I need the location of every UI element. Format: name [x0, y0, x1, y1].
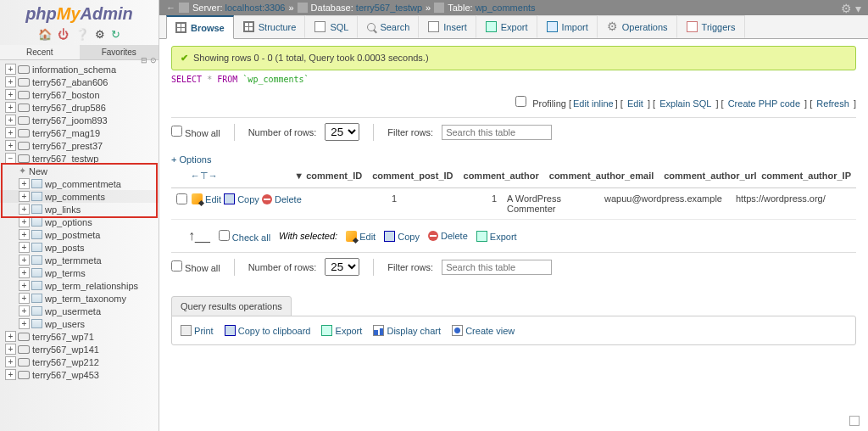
table-node[interactable]: +wp_commentmeta — [0, 177, 159, 190]
createphp-link[interactable]: Create PHP code — [728, 98, 800, 109]
db-node[interactable]: −terry567_testwp — [0, 152, 159, 165]
tab-search[interactable]: Search — [358, 15, 419, 38]
expand-icon[interactable]: − — [5, 153, 16, 164]
tab-operations[interactable]: ⚙Operations — [598, 15, 677, 38]
tab-export[interactable]: Export — [476, 15, 537, 38]
ws-edit[interactable]: Edit — [359, 232, 376, 242]
explain-link[interactable]: Explain SQL — [659, 98, 711, 109]
table-node[interactable]: +wp_term_relationships — [0, 279, 159, 292]
new-node[interactable]: ✦New — [0, 165, 159, 177]
table-node[interactable]: +wp_postmeta — [0, 228, 159, 241]
col-author[interactable]: comment_author — [459, 167, 544, 185]
expand-icon[interactable]: + — [19, 293, 30, 304]
expand-icon[interactable]: + — [5, 127, 16, 138]
table-node[interactable]: +wp_usermeta — [0, 305, 159, 317]
col-author-email[interactable]: comment_author_email — [544, 167, 659, 185]
settings-icon[interactable]: ⚙ — [95, 28, 105, 41]
table-node[interactable]: +wp_users — [0, 317, 159, 330]
expand-icon[interactable]: + — [5, 64, 16, 75]
refresh-link[interactable]: Refresh — [816, 98, 849, 109]
tab-browse[interactable]: Browse — [166, 15, 234, 39]
tab-triggers[interactable]: Triggers — [677, 15, 745, 38]
bc-table[interactable]: wp_comments — [476, 3, 536, 13]
db-node[interactable]: +terry567_wp212 — [0, 355, 159, 368]
filter-input[interactable] — [442, 125, 552, 140]
op-print[interactable]: Print — [194, 326, 214, 336]
collapse-icon[interactable]: ⊟ ⊙ — [141, 56, 157, 64]
expand-icon[interactable]: + — [19, 229, 30, 240]
logo[interactable]: phpMyAdmin — [0, 0, 159, 26]
db-node[interactable]: +terry567_prest37 — [0, 139, 159, 152]
table-node[interactable]: +wp_options — [0, 216, 159, 228]
expand-icon[interactable]: + — [5, 115, 16, 126]
db-node[interactable]: +terry567_boston — [0, 88, 159, 101]
db-node[interactable]: +terry567_joom893 — [0, 114, 159, 126]
op-createview[interactable]: Create view — [465, 326, 515, 336]
db-node[interactable]: +terry567_mag19 — [0, 126, 159, 139]
tab-sql[interactable]: SQL — [305, 15, 358, 38]
expand-icon[interactable]: + — [5, 344, 16, 355]
expand-icon[interactable]: + — [19, 280, 30, 291]
pagesettings-icon[interactable]: ⚙ ▾ — [841, 2, 861, 15]
table-node[interactable]: +wp_posts — [0, 241, 159, 254]
checkall-checkbox[interactable] — [219, 230, 230, 241]
options-link[interactable]: + Options — [171, 154, 211, 165]
expand-icon[interactable]: + — [5, 140, 16, 151]
col-comment-id[interactable]: comment_ID — [301, 167, 367, 185]
tab-insert[interactable]: Insert — [419, 15, 476, 38]
edit-inline-link[interactable]: Edit inline — [573, 98, 614, 109]
ws-export[interactable]: Export — [490, 232, 517, 242]
expand-icon[interactable]: + — [19, 305, 30, 316]
logout-icon[interactable]: ⏻ — [58, 28, 69, 41]
expand-icon[interactable]: + — [19, 204, 30, 215]
expand-icon[interactable]: + — [19, 255, 30, 266]
row-edit[interactable]: Edit — [205, 194, 221, 204]
col-author-url[interactable]: comment_author_url — [659, 167, 756, 185]
table-node[interactable]: +wp_terms — [0, 266, 159, 279]
db-node[interactable]: +information_schema — [0, 63, 159, 76]
tab-recent[interactable]: Recent — [0, 45, 80, 59]
profiling-checkbox[interactable] — [515, 96, 526, 107]
home-icon[interactable]: 🏠 — [38, 28, 52, 41]
bc-server[interactable]: localhost:3306 — [225, 3, 286, 13]
table-node[interactable]: +wp_links — [0, 203, 159, 216]
collapse-panel-icon[interactable]: ← — [166, 3, 175, 13]
numrows-select[interactable]: 25 — [325, 123, 359, 141]
console-toggle[interactable] — [849, 416, 860, 426]
col-author-ip[interactable]: comment_author_IP — [756, 167, 856, 185]
expand-icon[interactable]: + — [5, 76, 16, 87]
edit-link[interactable]: Edit — [627, 98, 643, 109]
ws-delete[interactable]: Delete — [441, 231, 468, 241]
op-export[interactable]: Export — [336, 326, 363, 336]
expand-icon[interactable]: + — [5, 356, 16, 367]
ws-copy[interactable]: Copy — [398, 232, 420, 242]
reload-icon[interactable]: ↻ — [111, 28, 120, 41]
docs-icon[interactable]: ❔ — [75, 28, 89, 41]
col-post-id[interactable]: comment_post_ID — [367, 167, 458, 185]
table-node[interactable]: +wp_termmeta — [0, 254, 159, 266]
filter-input-2[interactable] — [442, 260, 552, 275]
bc-database[interactable]: terry567_testwp — [356, 3, 422, 13]
table-node[interactable]: +wp_comments — [0, 190, 159, 203]
expand-icon[interactable]: + — [19, 216, 30, 227]
tab-import[interactable]: Import — [537, 15, 598, 38]
db-node[interactable]: +terry567_aban606 — [0, 76, 159, 88]
showall-checkbox-2[interactable] — [171, 260, 182, 271]
db-node[interactable]: +terry567_drup586 — [0, 101, 159, 114]
tab-structure[interactable]: Structure — [234, 15, 306, 38]
checkall-link[interactable]: Check all — [232, 232, 270, 243]
numrows-select-2[interactable]: 25 — [325, 258, 359, 276]
op-copyclip[interactable]: Copy to clipboard — [238, 326, 311, 336]
sort-options[interactable]: ←⊤→ — [186, 167, 289, 185]
expand-icon[interactable]: + — [19, 191, 30, 202]
expand-icon[interactable]: + — [5, 89, 16, 100]
expand-icon[interactable]: + — [5, 369, 16, 380]
db-node[interactable]: +terry567_wp141 — [0, 343, 159, 355]
db-node[interactable]: +terry567_wp71 — [0, 330, 159, 343]
expand-icon[interactable]: + — [5, 331, 16, 342]
expand-icon[interactable]: + — [5, 102, 16, 113]
table-node[interactable]: +wp_term_taxonomy — [0, 292, 159, 305]
expand-icon[interactable]: + — [19, 318, 30, 329]
showall-checkbox[interactable] — [171, 126, 182, 137]
row-delete[interactable]: Delete — [275, 194, 302, 204]
